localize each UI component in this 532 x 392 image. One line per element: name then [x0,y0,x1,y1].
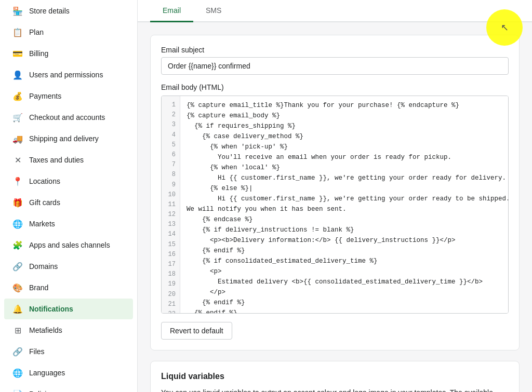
sidebar-label-payments: Payments [29,92,125,100]
sidebar-item-languages[interactable]: 🌐Languages [4,362,133,383]
languages-icon: 🌐 [12,368,23,378]
line-number: 21 [162,300,180,309]
line-number: 10 [162,190,180,200]
line-number: 20 [162,290,180,300]
sidebar-label-files: Files [29,347,125,356]
tab-sms[interactable]: SMS [193,0,234,22]
sidebar-item-taxes-duties[interactable]: ✕Taxes and duties [4,150,133,170]
line-number: 22 [162,309,180,314]
brand-icon: 🎨 [12,282,23,293]
line-number: 11 [162,200,180,210]
notifications-icon: 🔔 [12,304,23,314]
sidebar-label-shipping-delivery: Shipping and delivery [29,134,125,143]
sidebar-label-billing: Billing [29,49,125,58]
line-number: 1 [162,100,180,110]
liquid-variables-section: Liquid variables You can use liquid vari… [150,361,520,392]
metafields-icon: ⊞ [12,325,23,335]
sidebar-label-users-permissions: Users and permissions [29,71,125,79]
sidebar-label-policies: Policies [29,390,125,392]
markets-icon: 🌐 [12,219,23,229]
sidebar-item-payments[interactable]: 💰Payments [4,86,133,106]
sidebar-item-billing[interactable]: 💳Billing [4,43,133,64]
sidebar-item-plan[interactable]: 📋Plan [4,22,133,43]
line-number: 12 [162,210,180,220]
email-subject-input[interactable] [161,57,509,75]
sidebar-label-apps-sales-channels: Apps and sales channels [29,241,125,249]
sidebar-item-locations[interactable]: 📍Locations [4,171,133,192]
line-number: 3 [162,120,180,130]
sidebar-item-files[interactable]: 🔗Files [4,341,133,362]
sidebar-item-policies[interactable]: 📄Policies [4,384,133,392]
sidebar-item-metafields[interactable]: ⊞Metafields [4,320,133,341]
line-numbers: 1234567891011121314151617181920212223242… [162,96,180,314]
line-number: 16 [162,250,180,260]
line-number: 2 [162,110,180,120]
line-number: 9 [162,180,180,190]
sidebar-label-plan: Plan [29,28,125,36]
sidebar-label-markets: Markets [29,220,125,228]
line-number: 17 [162,260,180,269]
sidebar-label-checkout-accounts: Checkout and accounts [29,113,125,121]
email-body-label: Email body (HTML) [161,83,509,91]
tabs-row: Email SMS [138,0,532,22]
line-number: 4 [162,130,180,140]
code-editor[interactable]: 1234567891011121314151617181920212223242… [161,96,509,314]
sidebar-label-gift-cards: Gift cards [29,198,125,207]
sidebar-item-apps-sales-channels[interactable]: 🧩Apps and sales channels [4,235,133,255]
email-subject-label: Email subject [161,46,509,54]
sidebar-item-store-details[interactable]: 🏪Store details [4,1,133,21]
domains-icon: 🔗 [12,261,23,272]
apps-sales-channels-icon: 🧩 [12,240,23,250]
sidebar-label-store-details: Store details [29,7,125,15]
sidebar-label-brand: Brand [29,283,125,292]
email-form-section: Email subject Email body (HTML) 12345678… [150,35,520,350]
line-number: 19 [162,279,180,289]
sidebar-item-brand[interactable]: 🎨Brand [4,277,133,298]
users-permissions-icon: 👤 [12,70,23,80]
line-number: 18 [162,269,180,279]
sidebar: 🏪Store details📋Plan💳Billing👤Users and pe… [0,0,138,392]
sidebar-item-markets[interactable]: 🌐Markets [4,213,133,234]
liquid-variables-title: Liquid variables [161,372,509,381]
liquid-variables-description: You can use liquid variables to output a… [161,387,509,392]
sidebar-item-users-permissions[interactable]: 👤Users and permissions [4,64,133,85]
sidebar-item-gift-cards[interactable]: 🎁Gift cards [4,192,133,213]
line-number: 14 [162,229,180,239]
gift-cards-icon: 🎁 [12,197,23,208]
sidebar-item-checkout-accounts[interactable]: 🛒Checkout and accounts [4,107,133,128]
line-number: 8 [162,170,180,180]
sidebar-item-shipping-delivery[interactable]: 🚚Shipping and delivery [4,128,133,149]
sidebar-label-taxes-duties: Taxes and duties [29,156,125,164]
line-number: 15 [162,240,180,250]
tab-email[interactable]: Email [150,0,193,22]
line-number: 5 [162,140,180,150]
line-number: 13 [162,220,180,229]
checkout-accounts-icon: 🛒 [12,112,23,123]
sidebar-item-domains[interactable]: 🔗Domains [4,256,133,277]
locations-icon: 📍 [12,176,23,186]
line-number: 6 [162,150,180,160]
policies-icon: 📄 [12,389,23,392]
main-content: Email SMS Email subject Email body (HTML… [138,0,532,392]
taxes-duties-icon: ✕ [12,155,23,165]
revert-to-default-button[interactable]: Revert to default [161,322,232,340]
sidebar-item-notifications[interactable]: 🔔Notifications [4,299,133,319]
files-icon: 🔗 [12,346,23,357]
shipping-delivery-icon: 🚚 [12,133,23,144]
store-details-icon: 🏪 [12,6,23,16]
sidebar-label-notifications: Notifications [29,305,125,313]
line-number: 7 [162,160,180,170]
sidebar-label-metafields: Metafields [29,326,125,334]
billing-icon: 💳 [12,48,23,59]
sidebar-label-locations: Locations [29,177,125,185]
sidebar-label-domains: Domains [29,262,125,271]
sidebar-label-languages: Languages [29,369,125,377]
code-content[interactable]: {% capture email_title %}Thank you for y… [180,96,508,314]
plan-icon: 📋 [12,27,23,37]
payments-icon: 💰 [12,91,23,101]
